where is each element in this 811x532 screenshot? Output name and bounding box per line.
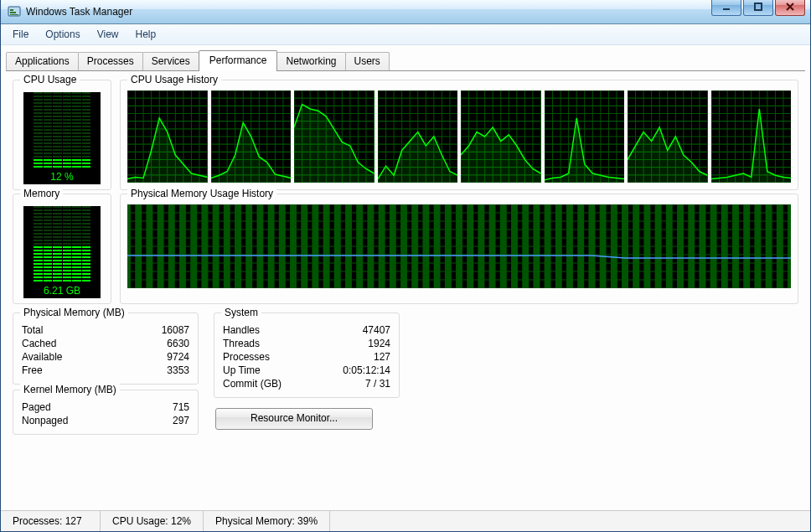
cpu-history-chart-7	[628, 90, 708, 183]
stat-key: Commit (GB)	[223, 377, 282, 390]
cpu-history-chart-6	[545, 90, 625, 183]
kernel-memory-title: Kernel Memory (MB)	[20, 384, 120, 395]
stat-value: 297	[173, 414, 189, 427]
stat-key: Threads	[223, 337, 260, 350]
cpu-history-chart-2	[211, 90, 292, 183]
tab-users[interactable]: Users	[345, 52, 390, 70]
memory-value: 6.21 GB	[23, 285, 101, 297]
svg-rect-2	[10, 12, 16, 13]
physical-memory-title: Physical Memory (MB)	[20, 307, 128, 318]
physical-memory-group: Physical Memory (MB) Total16087Cached663…	[13, 312, 199, 385]
stat-value: 47407	[363, 323, 390, 337]
stat-key: Processes	[223, 350, 270, 364]
stat-row: Paged715	[22, 400, 189, 414]
tab-performance[interactable]: Performance	[199, 50, 278, 71]
tabstrip: ApplicationsProcessesServicesPerformance…	[1, 45, 810, 70]
cpu-usage-gauge: CPU Usage 12 %	[13, 80, 111, 190]
memory-gauge: Memory 6.21 GB	[13, 194, 111, 304]
stat-value: 7 / 31	[365, 377, 390, 390]
stat-value: 715	[173, 400, 189, 414]
cpu-history-chart-4	[378, 90, 458, 183]
client-area: ApplicationsProcessesServicesPerformance…	[1, 45, 810, 531]
stat-row: Nonpaged297	[22, 414, 189, 427]
stat-row: Total16087	[22, 323, 189, 337]
system-title: System	[221, 307, 261, 318]
stat-row: Available9724	[22, 350, 189, 364]
system-group: System Handles47407Threads1924Processes1…	[214, 312, 400, 398]
cpu-history-group: CPU Usage History	[120, 80, 798, 190]
tab-services[interactable]: Services	[142, 52, 199, 70]
cpu-history-chart-3	[294, 90, 375, 183]
stat-row: Commit (GB)7 / 31	[223, 377, 390, 390]
memory-label: Memory	[20, 188, 63, 199]
statusbar: Processes: 127 CPU Usage: 12% Physical M…	[1, 510, 810, 531]
stat-row: Up Time0:05:12:14	[223, 364, 390, 377]
stat-key: Available	[22, 350, 62, 364]
stat-value: 127	[374, 350, 390, 364]
stat-key: Free	[22, 364, 43, 377]
tab-applications[interactable]: Applications	[6, 52, 79, 70]
memory-history-chart	[127, 204, 791, 288]
menu-view[interactable]: View	[89, 26, 127, 43]
stat-value: 3353	[167, 364, 189, 377]
task-manager-window: Windows Task Manager File Options View H…	[0, 0, 811, 532]
svg-rect-4	[723, 8, 730, 10]
titlebar[interactable]: Windows Task Manager	[1, 0, 810, 24]
minimize-button[interactable]	[711, 0, 741, 16]
cpu-history-chart-8	[711, 90, 792, 183]
cpu-history-label: CPU Usage History	[127, 74, 221, 85]
stat-value: 1924	[368, 337, 390, 350]
stat-key: Nonpaged	[22, 414, 68, 427]
window-title: Windows Task Manager	[26, 6, 132, 18]
menu-options[interactable]: Options	[37, 26, 88, 43]
stat-value: 6630	[167, 337, 189, 350]
taskmgr-icon	[8, 5, 21, 18]
stat-key: Cached	[22, 337, 56, 350]
stat-row: Free3353	[22, 364, 189, 377]
close-button[interactable]	[775, 0, 805, 16]
stat-key: Total	[22, 323, 43, 337]
stat-key: Handles	[223, 323, 260, 337]
stat-row: Handles47407	[223, 323, 390, 337]
resource-monitor-button[interactable]: Resource Monitor...	[215, 408, 373, 430]
tab-processes[interactable]: Processes	[78, 52, 143, 70]
stat-row: Threads1924	[223, 337, 390, 350]
svg-rect-5	[755, 3, 762, 10]
menu-help[interactable]: Help	[127, 26, 165, 43]
cpu-history-chart-1	[127, 90, 208, 183]
stat-key: Up Time	[223, 364, 261, 377]
stat-row: Cached6630	[22, 337, 189, 350]
memory-history-group: Physical Memory Usage History	[120, 194, 798, 304]
cpu-usage-value: 12 %	[23, 171, 101, 183]
status-cpu: CPU Usage: 12%	[101, 511, 204, 531]
stat-row: Processes127	[223, 350, 390, 364]
stat-key: Paged	[22, 400, 51, 414]
svg-rect-3	[10, 14, 18, 15]
status-memory: Physical Memory: 39%	[204, 511, 330, 531]
status-processes: Processes: 127	[1, 511, 101, 531]
memory-history-label: Physical Memory Usage History	[127, 188, 276, 199]
menubar: File Options View Help	[1, 24, 810, 45]
maximize-button[interactable]	[743, 0, 773, 16]
stat-value: 16087	[162, 323, 189, 337]
tab-networking[interactable]: Networking	[276, 52, 345, 70]
cpu-usage-label: CPU Usage	[20, 74, 80, 85]
cpu-history-chart-5	[461, 90, 541, 183]
performance-panel: CPU Usage 12 % CPU Usage History Memory	[1, 71, 810, 510]
svg-rect-1	[10, 9, 13, 11]
stat-value: 9724	[167, 350, 189, 364]
stat-value: 0:05:12:14	[343, 364, 390, 377]
kernel-memory-group: Kernel Memory (MB) Paged715Nonpaged297	[13, 390, 199, 435]
menu-file[interactable]: File	[4, 26, 37, 43]
